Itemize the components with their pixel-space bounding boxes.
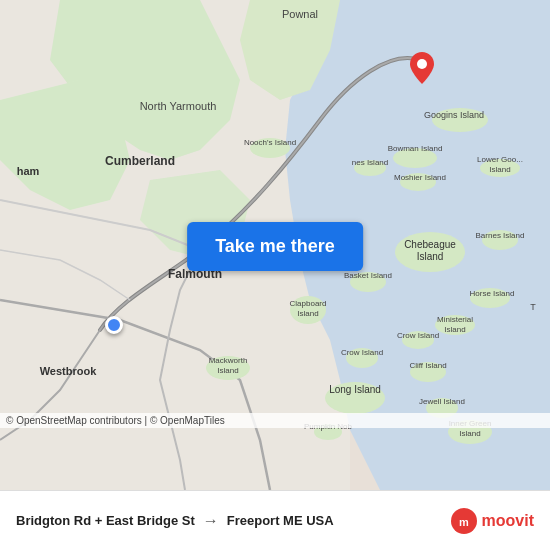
svg-text:m: m (459, 516, 469, 528)
svg-text:Mackworth: Mackworth (209, 356, 248, 365)
svg-text:Pownal: Pownal (282, 8, 318, 20)
svg-text:Island: Island (217, 366, 238, 375)
arrow-icon: → (203, 512, 219, 530)
svg-text:Crow Island: Crow Island (341, 348, 383, 357)
origin-label: Bridgton Rd + East Bridge St (16, 513, 195, 528)
svg-text:Barnes Island: Barnes Island (476, 231, 525, 240)
svg-text:North Yarmouth: North Yarmouth (140, 100, 217, 112)
svg-text:Jewell Island: Jewell Island (419, 397, 465, 406)
svg-point-54 (417, 59, 427, 69)
svg-text:Clapboard: Clapboard (290, 299, 327, 308)
svg-text:Nooch's Island: Nooch's Island (244, 138, 296, 147)
svg-text:Horse Island: Horse Island (470, 289, 515, 298)
svg-text:Bowman Island: Bowman Island (388, 144, 443, 153)
moovit-icon: m (450, 507, 478, 535)
map-attribution: © OpenStreetMap contributors | © OpenMap… (0, 413, 550, 428)
svg-text:T: T (530, 302, 536, 312)
svg-text:Island: Island (444, 325, 465, 334)
svg-text:Ministerial: Ministerial (437, 315, 473, 324)
svg-text:Moshier Island: Moshier Island (394, 173, 446, 182)
svg-text:Long Island: Long Island (329, 384, 381, 395)
svg-text:Island: Island (297, 309, 318, 318)
svg-text:Chebeague: Chebeague (404, 239, 456, 250)
bottom-bar: Bridgton Rd + East Bridge St → Freeport … (0, 490, 550, 550)
svg-text:Cumberland: Cumberland (105, 154, 175, 168)
destination-pin (410, 52, 434, 84)
svg-text:Island: Island (417, 251, 444, 262)
route-info: Bridgton Rd + East Bridge St → Freeport … (16, 512, 450, 530)
origin-pin (105, 316, 123, 334)
moovit-logo: m moovit (450, 507, 534, 535)
svg-text:Cliff Island: Cliff Island (409, 361, 446, 370)
svg-text:Crow Island: Crow Island (397, 331, 439, 340)
map-container: Pownal North Yarmouth Googins Island Cum… (0, 0, 550, 490)
svg-text:Lower Goo...: Lower Goo... (477, 155, 523, 164)
svg-text:nes Island: nes Island (352, 158, 388, 167)
svg-text:Island: Island (459, 429, 480, 438)
destination-label: Freeport ME USA (227, 513, 334, 528)
svg-text:Googins Island: Googins Island (424, 110, 484, 120)
svg-text:ham: ham (17, 165, 40, 177)
svg-text:Basket Island: Basket Island (344, 271, 392, 280)
take-me-there-button[interactable]: Take me there (187, 222, 363, 271)
moovit-text: moovit (482, 512, 534, 530)
svg-text:Island: Island (489, 165, 510, 174)
svg-text:Westbrook: Westbrook (40, 365, 98, 377)
